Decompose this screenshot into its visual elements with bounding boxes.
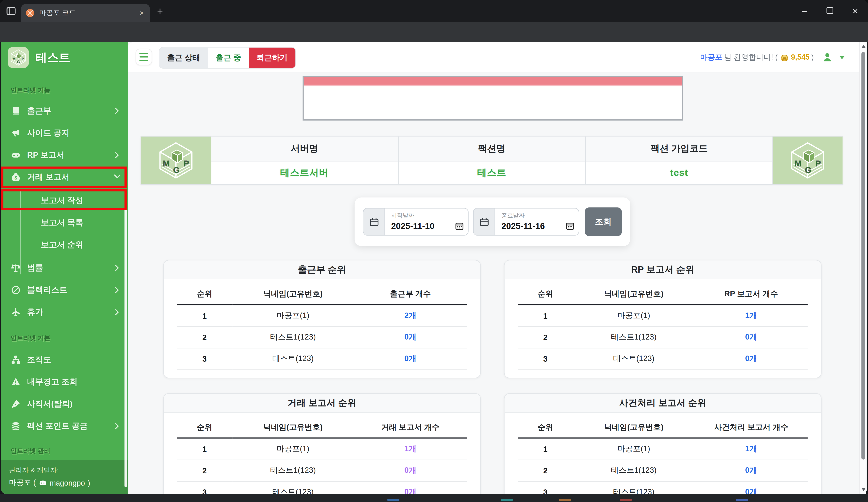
taskbar-sliver: [388, 499, 400, 501]
rank-card-rp-report: RP 보고서 순위 순위 닉네임(고유번호) RP 보고서 개수 1마공포(1)…: [504, 260, 822, 378]
mgp-cube-icon: [156, 140, 196, 180]
table-row: 1마공포(1)1개: [177, 438, 467, 460]
faction-name-column: 팩션명 테스트: [398, 136, 585, 184]
mgp-cube-icon: [788, 140, 828, 180]
end-date-input[interactable]: 종료날짜 2025-11-16: [473, 208, 579, 236]
chevron-right-icon: [114, 287, 120, 293]
end-date-label: 종료날짜: [502, 212, 525, 219]
annotation-box-trade-report: [1, 167, 127, 188]
sidebar-footer: 관리자 & 개발자: 마공포 ( magongpo ): [1, 460, 128, 494]
card-title: 출근부 순위: [164, 260, 480, 279]
tab-favicon-icon: [25, 8, 35, 18]
start-date-label: 시작날짜: [391, 212, 414, 219]
table-row: 2테스트1(123)0개: [518, 326, 808, 348]
start-date-input[interactable]: 시작날짜 2025-11-10: [363, 208, 469, 236]
table-row: 3테스트(123)0개: [177, 482, 467, 494]
table-row: 2테스트1(123)0개: [177, 326, 467, 348]
sidebar-item-report-rank[interactable]: 보고서 순위: [1, 233, 128, 255]
window-bottom-strip: [0, 494, 868, 502]
app-logo[interactable]: [8, 47, 29, 68]
browser-tab[interactable]: 마공포 코드 ×: [21, 4, 150, 22]
sidebar-item-org-chart[interactable]: 조직도: [1, 348, 128, 370]
scrollbar-down-icon[interactable]: [861, 488, 866, 491]
rank-card-attendance: 출근부 순위 순위 닉네임(고유번호) 출근부 개수 1마공포(1)2개 2테스…: [163, 260, 480, 378]
start-date-value: 2025-11-10: [391, 221, 435, 231]
date-picker-icon[interactable]: [566, 222, 574, 230]
sidebar-item-side-notice[interactable]: 사이드 공지: [1, 122, 128, 144]
sidebar-item-resignation[interactable]: 사직서(탈퇴): [1, 393, 128, 415]
table-row: 3테스트(123)0개: [177, 348, 467, 369]
chevron-right-icon: [114, 107, 120, 114]
window-close-button[interactable]: ✕: [843, 7, 868, 15]
server-logo-cell-left: [141, 136, 211, 184]
scales-icon: [11, 263, 20, 272]
table-row: 2테스트1(123)0개: [177, 460, 467, 481]
sidebar-item-rp-report[interactable]: RP 보고서: [1, 144, 128, 166]
footer-developer: 마공포 ( magongpo ): [9, 478, 128, 488]
sidebar-item-blacklist[interactable]: 블랙리스트: [1, 279, 128, 301]
taskbar-sliver: [501, 499, 513, 501]
coins-icon: [11, 421, 20, 430]
notice-banner-box: [302, 76, 683, 121]
table-row: 1마공포(1)1개: [518, 305, 808, 326]
sidebar-item-vacation[interactable]: 휴가: [1, 301, 128, 323]
sidebar-item-report-list[interactable]: 보고서 목록: [1, 211, 128, 233]
clock-out-button[interactable]: 퇴근하기: [249, 48, 295, 68]
section-intranet-basic: 인트라넷 기본: [11, 334, 51, 342]
date-picker-icon[interactable]: [455, 222, 464, 230]
sidebar-item-attendance[interactable]: 출근부: [1, 100, 128, 122]
scrollbar-thumb[interactable]: [861, 52, 865, 460]
book-icon: [11, 106, 20, 115]
hamburger-menu-button[interactable]: [135, 49, 152, 65]
footer-admin-label: 관리자 & 개발자:: [9, 466, 128, 475]
gamepad-icon: [11, 150, 20, 159]
window-minimize-button[interactable]: ─: [792, 7, 817, 15]
tab-close-icon[interactable]: ×: [138, 9, 145, 17]
calendar-icon: [474, 209, 495, 235]
section-intranet-admin: 인트라넷 관리: [11, 447, 51, 455]
search-button[interactable]: 조회: [585, 207, 622, 236]
working-now-button[interactable]: 출근 중: [208, 48, 249, 68]
user-person-icon[interactable]: [822, 52, 833, 62]
chevron-right-icon: [114, 309, 120, 315]
main-area: 출근 상태 출근 중 퇴근하기 마공포 님 환영합니다! ( 9,545 ): [128, 42, 860, 494]
browser-titlebar: 마공포 코드 × + ─ ✕: [0, 0, 868, 22]
scrollbar-up-icon[interactable]: [861, 45, 866, 48]
sidebar-item-law[interactable]: 법률: [1, 257, 128, 279]
chevron-right-icon: [114, 265, 120, 271]
sidebar-item-internal-warning[interactable]: 내부경고 조회: [1, 370, 128, 393]
faction-name-value: 테스트: [399, 161, 585, 184]
user-caret-down-icon[interactable]: [839, 55, 845, 59]
card-title: RP 보고서 순위: [505, 260, 821, 279]
discord-icon: [39, 479, 47, 487]
sitemap-icon: [11, 355, 20, 364]
sidebar: 테스트 인트라넷 기능 출근부 사이드 공지 RP 보고서 거래 보고서: [1, 42, 128, 494]
megaphone-icon: [11, 128, 20, 137]
server-name-column: 서버명 테스트서버: [211, 136, 398, 184]
chevron-right-icon: [114, 423, 120, 429]
welcome-area: 마공포 님 환영합니다! ( 9,545 ): [700, 42, 845, 72]
section-intranet-features: 인트라넷 기능: [11, 86, 51, 95]
page-scrollbar[interactable]: [859, 42, 866, 494]
tab-title: 마공포 코드: [39, 8, 138, 18]
new-tab-button[interactable]: +: [157, 6, 163, 17]
table-row: 1마공포(1)1개: [518, 438, 808, 460]
tab-layout-icon[interactable]: [6, 6, 16, 16]
notice-banner-strip: [304, 77, 682, 86]
browser-window: 마공포 코드 × + ─ ✕ 127.0.0.1:8080/service/in…: [0, 0, 868, 502]
top-header: 출근 상태 출근 중 퇴근하기 마공포 님 환영합니다! ( 9,545 ): [128, 42, 860, 72]
user-name: 마공포: [700, 52, 722, 62]
table-row: 2테스트1(123)0개: [518, 460, 808, 481]
sidebar-scrollbar-thumb[interactable]: [124, 208, 127, 487]
table-row: 3테스트(123)0개: [518, 482, 808, 494]
taskbar-sliver: [559, 499, 571, 501]
taskbar-sliver: [736, 499, 748, 501]
pen-nib-icon: [11, 399, 20, 408]
attendance-status-button[interactable]: 출근 상태: [159, 48, 208, 68]
sidebar-item-faction-point[interactable]: 팩션 포인트 공금: [1, 415, 128, 437]
rank-card-trade-report: 거래 보고서 순위 순위 닉네임(고유번호) 거래 보고서 개수 1마공포(1)…: [163, 393, 480, 494]
attendance-control: 출근 상태 출근 중 퇴근하기: [159, 47, 296, 69]
window-maximize-button[interactable]: [817, 7, 843, 15]
table-row: 1마공포(1)2개: [177, 305, 467, 326]
end-date-value: 2025-11-16: [502, 221, 545, 231]
